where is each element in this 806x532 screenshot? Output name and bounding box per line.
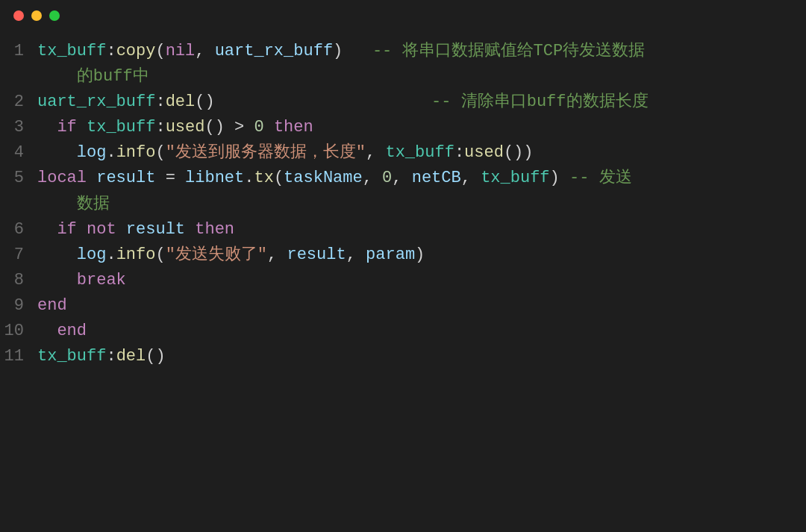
token-number: 0 [382, 169, 392, 187]
line-number: 11 [0, 344, 37, 369]
token-func: info [116, 143, 156, 162]
line-number: 2 [0, 90, 37, 115]
line-number: 3 [0, 115, 37, 140]
token-white: () > [204, 118, 254, 137]
token-var: param [366, 245, 415, 264]
token-white: , [363, 169, 382, 187]
token-keyword: not [87, 220, 116, 239]
code-line: 10 end [0, 319, 806, 344]
line-number: 10 [0, 319, 37, 344]
token-func: used [464, 143, 504, 162]
code-line: 9end [0, 293, 806, 319]
token-white: ) [333, 42, 372, 60]
token-var: uart_rx_buff [215, 42, 333, 60]
token-white: , [195, 42, 214, 60]
token-keyword: if [57, 220, 76, 239]
token-white: , [461, 169, 481, 187]
line-content: tx_buff:del() [37, 344, 806, 369]
token-var: result [96, 169, 155, 187]
code-line: 1tx_buff:copy(nil, uart_rx_buff) -- 将串口数… [0, 39, 806, 90]
token-func: copy [116, 42, 156, 60]
token-var: log [77, 143, 107, 162]
title-bar [0, 0, 806, 31]
token-white: ( [155, 42, 165, 60]
token-func: del [116, 347, 146, 366]
line-content: local result = libnet.tx(taskName, 0, ne… [37, 166, 806, 216]
token-comment: -- 发送 [569, 169, 632, 187]
line-content: log.info("发送到服务器数据，长度", tx_buff:used()) [37, 140, 806, 166]
code-line: 8 break [0, 268, 806, 293]
line-number: 7 [0, 242, 37, 268]
line-number: 9 [0, 293, 37, 319]
line-number: 4 [0, 140, 37, 166]
token-white [264, 118, 274, 137]
close-button[interactable] [13, 10, 24, 21]
token-white: : [155, 93, 165, 111]
token-keyword: nil [166, 42, 196, 60]
token-comment: -- 清除串口buff的数据长度 [431, 93, 648, 111]
token-func: info [116, 245, 156, 264]
token-cyan: tx_buff [37, 42, 106, 60]
line-content: break [37, 268, 806, 293]
token-func: tx [254, 169, 273, 187]
token-var: taskName [284, 169, 363, 187]
token-white: ) [415, 245, 425, 264]
line-content: uart_rx_buff:del() -- 清除串口buff的数据长度 [37, 90, 806, 115]
token-white [87, 169, 96, 187]
token-var: result [126, 220, 185, 239]
token-var: netCB [412, 169, 461, 187]
token-cyan: tx_buff [385, 143, 454, 162]
token-white: ()) [504, 143, 534, 162]
token-func: del [166, 93, 196, 111]
token-cyan: uart_rx_buff [37, 93, 155, 111]
code-line: 5local result = libnet.tx(taskName, 0, n… [0, 166, 806, 216]
token-cyan: tx_buff [481, 169, 549, 187]
token-string: "发送失败了" [166, 245, 267, 264]
maximize-button[interactable] [49, 10, 60, 21]
code-editor: 1tx_buff:copy(nil, uart_rx_buff) -- 将串口数… [0, 31, 806, 532]
line-content: tx_buff:copy(nil, uart_rx_buff) -- 将串口数据… [37, 39, 806, 90]
token-white: , [366, 143, 385, 162]
token-keyword: if [57, 118, 76, 137]
code-line: 11tx_buff:del() [0, 344, 806, 369]
code-line: 3 if tx_buff:used() > 0 then [0, 115, 806, 140]
code-line: 6 if not result then [0, 217, 806, 242]
code-line: 2uart_rx_buff:del() -- 清除串口buff的数据长度 [0, 90, 806, 115]
token-white: ( [155, 143, 165, 162]
token-keyword: then [274, 118, 313, 137]
line-content: if not result then [37, 217, 806, 242]
token-white: : [454, 143, 464, 162]
line-content: end [37, 293, 806, 319]
token-white: , [346, 245, 366, 264]
token-keyword: end [57, 322, 87, 340]
line-number: 8 [0, 268, 37, 293]
token-var: log [77, 245, 107, 264]
token-white: . [106, 143, 116, 162]
line-content: log.info("发送失败了", result, param) [37, 242, 806, 268]
token-comment: -- 将串口数据赋值给TCP待发送数据 [372, 42, 645, 60]
token-continuation: 数据 [77, 195, 110, 213]
token-white: ) [550, 169, 569, 187]
line-content: end [37, 319, 806, 344]
token-white: . [244, 169, 254, 187]
token-white [77, 118, 87, 137]
token-keyword: end [37, 296, 67, 315]
token-white: ( [155, 245, 165, 264]
token-cyan: tx_buff [37, 347, 106, 366]
token-white: () [195, 93, 431, 111]
token-keyword: then [195, 220, 234, 239]
token-white [185, 220, 195, 239]
token-white: () [146, 347, 165, 366]
token-white: , [267, 245, 287, 264]
token-white: . [106, 245, 116, 264]
line-number: 1 [0, 39, 37, 64]
minimize-button[interactable] [31, 10, 42, 21]
line-number: 5 [0, 166, 37, 191]
token-string: "发送到服务器数据，长度" [166, 143, 366, 162]
token-white: = [155, 169, 185, 187]
token-keyword: local [37, 169, 87, 187]
token-cyan: tx_buff [87, 118, 155, 137]
token-continuation: 的buff中 [77, 67, 149, 86]
token-white: : [155, 118, 165, 137]
token-var: result [287, 245, 346, 264]
